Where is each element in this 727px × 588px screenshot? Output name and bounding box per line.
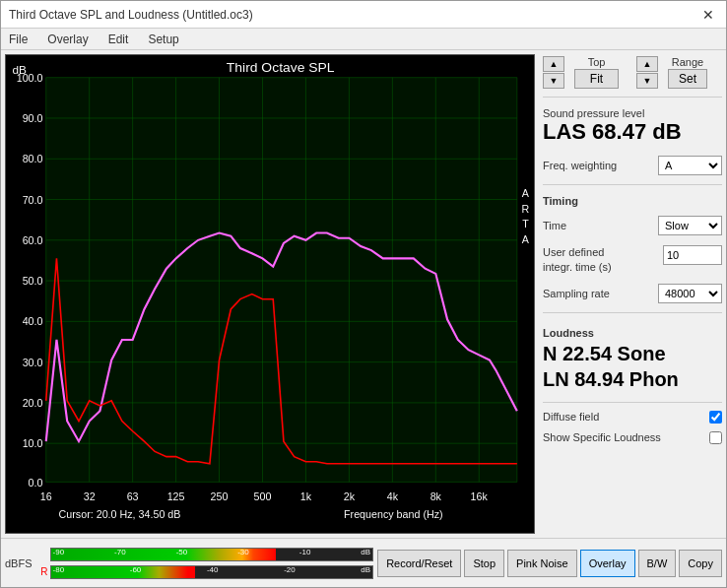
loudness-ln-value: LN 84.94 Phon (543, 366, 722, 392)
range-down-button[interactable]: ▼ (636, 73, 658, 89)
menu-setup[interactable]: Setup (144, 31, 182, 48)
timing-section-label: Timing (543, 195, 722, 207)
svg-text:50.0: 50.0 (23, 275, 43, 287)
svg-text:90.0: 90.0 (23, 112, 43, 124)
svg-text:A: A (522, 188, 529, 200)
svg-text:40.0: 40.0 (23, 316, 43, 328)
svg-text:20.0: 20.0 (23, 397, 43, 409)
integr-input[interactable] (663, 245, 722, 265)
svg-text:A: A (522, 233, 529, 245)
svg-text:dB: dB (12, 64, 27, 76)
range-up-button[interactable]: ▲ (636, 56, 658, 72)
record-reset-button[interactable]: Record/Reset (377, 550, 461, 577)
bw-button[interactable]: B/W (638, 550, 677, 577)
loudness-n-value: N 22.54 Sone (543, 341, 722, 366)
set-button[interactable]: Set (668, 69, 707, 89)
svg-text:16: 16 (40, 490, 52, 502)
menu-file[interactable]: File (5, 31, 32, 48)
svg-text:16k: 16k (471, 490, 489, 502)
window-title: Third Octave SPL and Loudness (Untitled.… (9, 8, 253, 22)
close-button[interactable]: ✕ (698, 5, 718, 25)
top-down-button[interactable]: ▼ (543, 73, 564, 89)
svg-text:8k: 8k (430, 490, 442, 502)
svg-text:500: 500 (254, 490, 272, 502)
sampling-label: Sampling rate (543, 288, 610, 299)
integr-label: User defined integr. time (s) (543, 245, 631, 274)
specific-checkbox[interactable] (709, 431, 722, 444)
specific-label: Show Specific Loudness (543, 431, 661, 443)
copy-button[interactable]: Copy (679, 550, 722, 577)
svg-text:Cursor:  20.0 Hz, 34.50 dB: Cursor: 20.0 Hz, 34.50 dB (59, 508, 181, 520)
svg-text:70.0: 70.0 (23, 194, 43, 206)
svg-text:125: 125 (167, 490, 185, 502)
freq-weighting-select[interactable]: ABCZ (658, 156, 722, 175)
svg-text:10.0: 10.0 (23, 438, 43, 450)
time-select[interactable]: SlowFastImpulse (658, 216, 722, 235)
freq-weighting-label: Freq. weighting (543, 160, 617, 171)
svg-text:R: R (522, 203, 530, 215)
svg-text:30.0: 30.0 (23, 357, 43, 368)
right-panel: ▲ ▼ Top Fit ▲ ▼ Range Set (539, 50, 726, 538)
menu-bar: File Overlay Edit Setup (1, 29, 726, 50)
menu-overlay[interactable]: Overlay (43, 31, 92, 48)
svg-text:4k: 4k (387, 490, 399, 502)
menu-edit[interactable]: Edit (104, 31, 133, 48)
overlay-button[interactable]: Overlay (580, 550, 635, 577)
level-meters: -90 -70 -50 -30 -10 dB R -80 -60 (36, 547, 374, 580)
top-label: Top (588, 56, 606, 68)
svg-text:1k: 1k (300, 490, 312, 502)
dbfs-label: dBFS (5, 557, 33, 569)
svg-text:Frequency band (Hz): Frequency band (Hz) (344, 508, 443, 520)
svg-text:32: 32 (84, 490, 96, 502)
svg-text:T: T (522, 219, 529, 230)
stop-button[interactable]: Stop (464, 550, 504, 577)
svg-text:63: 63 (127, 490, 139, 502)
sampling-select[interactable]: 480004410096000 (658, 284, 722, 303)
svg-text:60.0: 60.0 (23, 234, 43, 246)
top-up-button[interactable]: ▲ (543, 56, 564, 72)
bottom-section: dBFS -90 -70 -50 -30 -10 dB (1, 538, 726, 587)
fit-button[interactable]: Fit (574, 69, 619, 89)
diffuse-label: Diffuse field (543, 411, 599, 423)
spl-section-label: Sound pressure level (543, 107, 722, 119)
svg-text:Third Octave SPL: Third Octave SPL (227, 60, 335, 75)
pink-noise-button[interactable]: Pink Noise (507, 550, 577, 577)
svg-text:250: 250 (211, 490, 229, 502)
bottom-buttons: Record/Reset Stop Pink Noise Overlay B/W… (377, 550, 722, 577)
svg-text:0.0: 0.0 (29, 477, 43, 489)
spl-value: LAS 68.47 dB (543, 119, 722, 145)
time-label: Time (543, 220, 566, 231)
loudness-section-label: Loudness (543, 327, 722, 339)
diffuse-checkbox[interactable] (709, 411, 722, 424)
svg-text:80.0: 80.0 (23, 154, 43, 165)
chart-area: 100.0 90.0 80.0 70.0 60.0 50.0 40.0 30.0… (5, 54, 535, 534)
svg-text:2k: 2k (344, 490, 356, 502)
range-label: Range (672, 56, 703, 68)
